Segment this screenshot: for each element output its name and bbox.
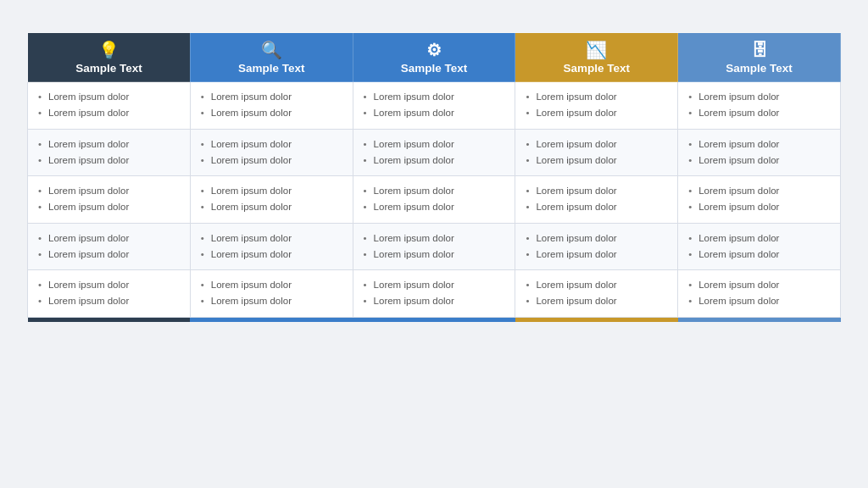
- list-item: Lorem ipsum dolor: [201, 247, 344, 263]
- table-cell-r1-c4: Lorem ipsum dolorLorem ipsum dolor: [515, 82, 678, 130]
- list-item: Lorem ipsum dolor: [201, 136, 344, 152]
- list-item: Lorem ipsum dolor: [526, 293, 669, 309]
- search-icon: 🔍: [198, 42, 346, 58]
- table-cell-r4-c2: Lorem ipsum dolorLorem ipsum dolor: [190, 223, 353, 270]
- table-cell-r3-c1: Lorem ipsum dolorLorem ipsum dolor: [28, 176, 191, 224]
- list-item: Lorem ipsum dolor: [526, 199, 669, 215]
- list-item: Lorem ipsum dolor: [201, 89, 344, 105]
- table-cell-r2-c1: Lorem ipsum dolorLorem ipsum dolor: [28, 129, 191, 176]
- table-cell-r2-c2: Lorem ipsum dolorLorem ipsum dolor: [190, 129, 353, 176]
- list-item: Lorem ipsum dolor: [38, 136, 181, 152]
- list-item: Lorem ipsum dolor: [526, 136, 669, 152]
- list-item: Lorem ipsum dolor: [526, 247, 669, 263]
- list-item: Lorem ipsum dolor: [526, 183, 669, 199]
- list-item: Lorem ipsum dolor: [38, 199, 181, 215]
- list-item: Lorem ipsum dolor: [688, 247, 832, 263]
- list-item: Lorem ipsum dolor: [364, 136, 507, 152]
- list-item: Lorem ipsum dolor: [201, 199, 344, 215]
- list-item: Lorem ipsum dolor: [201, 277, 344, 293]
- database-icon: 🗄: [685, 42, 833, 58]
- footer-bar-2: [190, 317, 353, 322]
- list-item: Lorem ipsum dolor: [201, 230, 344, 247]
- table-cell-r4-c4: Lorem ipsum dolorLorem ipsum dolor: [515, 223, 678, 270]
- list-item: Lorem ipsum dolor: [688, 199, 832, 215]
- table-header-3: ⚙Sample Text: [353, 33, 515, 82]
- table-cell-r5-c1: Lorem ipsum dolorLorem ipsum dolor: [28, 270, 191, 318]
- list-item: Lorem ipsum dolor: [38, 152, 181, 169]
- table-header-row: 💡Sample Text🔍Sample Text⚙Sample Text📉Sam…: [28, 33, 841, 82]
- footer-bar-4: [515, 317, 678, 322]
- header-label-3: Sample Text: [360, 62, 509, 75]
- table-header-1: 💡Sample Text: [28, 33, 191, 82]
- list-item: Lorem ipsum dolor: [688, 230, 832, 247]
- list-item: Lorem ipsum dolor: [38, 293, 181, 309]
- table-cell-r3-c2: Lorem ipsum dolorLorem ipsum dolor: [190, 176, 353, 224]
- main-table: 💡Sample Text🔍Sample Text⚙Sample Text📉Sam…: [27, 32, 841, 322]
- list-item: Lorem ipsum dolor: [526, 230, 669, 247]
- table-row: Lorem ipsum dolorLorem ipsum dolorLorem …: [28, 176, 841, 224]
- gear-icon: ⚙: [360, 42, 509, 58]
- header-label-1: Sample Text: [35, 62, 183, 75]
- list-item: Lorem ipsum dolor: [526, 89, 669, 105]
- list-item: Lorem ipsum dolor: [364, 247, 507, 263]
- list-item: Lorem ipsum dolor: [38, 230, 181, 247]
- list-item: Lorem ipsum dolor: [38, 105, 181, 121]
- list-item: Lorem ipsum dolor: [201, 152, 344, 169]
- list-item: Lorem ipsum dolor: [688, 183, 832, 199]
- table-cell-r5-c5: Lorem ipsum dolorLorem ipsum dolor: [678, 270, 841, 318]
- table-cell-r3-c4: Lorem ipsum dolorLorem ipsum dolor: [515, 176, 678, 224]
- table-cell-r1-c2: Lorem ipsum dolorLorem ipsum dolor: [190, 82, 353, 130]
- list-item: Lorem ipsum dolor: [201, 183, 344, 199]
- header-label-2: Sample Text: [198, 62, 346, 75]
- table-cell-r2-c4: Lorem ipsum dolorLorem ipsum dolor: [515, 129, 678, 176]
- list-item: Lorem ipsum dolor: [38, 247, 181, 263]
- header-label-5: Sample Text: [685, 62, 833, 75]
- table-cell-r4-c3: Lorem ipsum dolorLorem ipsum dolor: [353, 223, 515, 270]
- table-cell-r3-c3: Lorem ipsum dolorLorem ipsum dolor: [353, 176, 515, 224]
- bulb-icon: 💡: [35, 42, 183, 58]
- list-item: Lorem ipsum dolor: [364, 105, 507, 121]
- list-item: Lorem ipsum dolor: [688, 152, 832, 169]
- list-item: Lorem ipsum dolor: [201, 293, 344, 309]
- list-item: Lorem ipsum dolor: [526, 277, 669, 293]
- table-row: Lorem ipsum dolorLorem ipsum dolorLorem …: [28, 270, 841, 318]
- table-cell-r5-c4: Lorem ipsum dolorLorem ipsum dolor: [515, 270, 678, 318]
- table-cell-r5-c2: Lorem ipsum dolorLorem ipsum dolor: [190, 270, 353, 318]
- table-row: Lorem ipsum dolorLorem ipsum dolorLorem …: [28, 129, 841, 176]
- list-item: Lorem ipsum dolor: [364, 293, 507, 309]
- header-label-4: Sample Text: [522, 62, 670, 75]
- page-container: 💡Sample Text🔍Sample Text⚙Sample Text📉Sam…: [0, 0, 868, 488]
- list-item: Lorem ipsum dolor: [38, 89, 181, 105]
- table-cell-r1-c5: Lorem ipsum dolorLorem ipsum dolor: [678, 82, 841, 130]
- table-footer-row: [28, 317, 841, 322]
- list-item: Lorem ipsum dolor: [364, 152, 507, 169]
- list-item: Lorem ipsum dolor: [364, 230, 507, 247]
- table-cell-r5-c3: Lorem ipsum dolorLorem ipsum dolor: [353, 270, 515, 318]
- table-cell-r4-c5: Lorem ipsum dolorLorem ipsum dolor: [678, 223, 841, 270]
- list-item: Lorem ipsum dolor: [364, 89, 507, 105]
- list-item: Lorem ipsum dolor: [364, 277, 507, 293]
- footer-bar-1: [28, 317, 191, 322]
- list-item: Lorem ipsum dolor: [688, 277, 832, 293]
- list-item: Lorem ipsum dolor: [688, 105, 832, 121]
- table-cell-r1-c3: Lorem ipsum dolorLorem ipsum dolor: [353, 82, 515, 130]
- list-item: Lorem ipsum dolor: [688, 89, 832, 105]
- list-item: Lorem ipsum dolor: [201, 105, 344, 121]
- table-header-4: 📉Sample Text: [515, 33, 678, 82]
- table-cell-r2-c5: Lorem ipsum dolorLorem ipsum dolor: [678, 129, 841, 176]
- list-item: Lorem ipsum dolor: [526, 105, 669, 121]
- table-cell-r2-c3: Lorem ipsum dolorLorem ipsum dolor: [353, 129, 515, 176]
- table-row: Lorem ipsum dolorLorem ipsum dolorLorem …: [28, 82, 841, 130]
- table-header-5: 🗄Sample Text: [678, 33, 841, 82]
- list-item: Lorem ipsum dolor: [364, 183, 507, 199]
- list-item: Lorem ipsum dolor: [526, 152, 669, 169]
- list-item: Lorem ipsum dolor: [688, 293, 832, 309]
- table-cell-r3-c5: Lorem ipsum dolorLorem ipsum dolor: [678, 176, 841, 224]
- list-item: Lorem ipsum dolor: [38, 277, 181, 293]
- chart-icon: 📉: [522, 42, 670, 58]
- table-row: Lorem ipsum dolorLorem ipsum dolorLorem …: [28, 223, 841, 270]
- footer-bar-3: [353, 317, 515, 322]
- table-cell-r1-c1: Lorem ipsum dolorLorem ipsum dolor: [28, 82, 191, 130]
- list-item: Lorem ipsum dolor: [688, 136, 832, 152]
- list-item: Lorem ipsum dolor: [38, 183, 181, 199]
